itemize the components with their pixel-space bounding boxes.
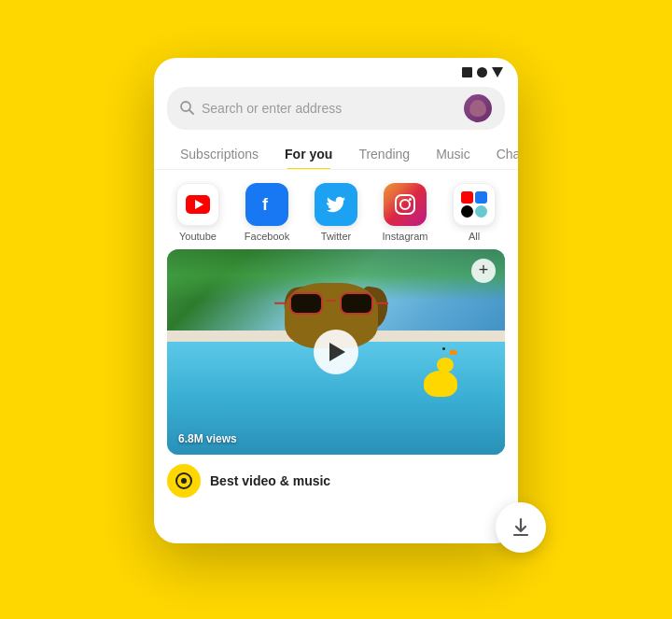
status-icon-triangle	[492, 67, 503, 77]
status-bar	[154, 58, 518, 83]
duck-body	[424, 371, 457, 397]
social-item-youtube[interactable]: Youtube	[163, 183, 232, 242]
download-icon	[510, 516, 532, 539]
search-placeholder: Search or enter address	[202, 101, 449, 116]
svg-point-7	[409, 198, 412, 201]
download-button[interactable]	[496, 502, 546, 553]
all-apps-icon	[453, 183, 496, 226]
youtube-icon	[176, 183, 219, 226]
svg-point-6	[400, 200, 410, 209]
search-icon	[180, 101, 194, 115]
nav-tabs: Subscriptions For you Trending Music Cha…	[154, 139, 518, 170]
add-to-list-button[interactable]: +	[471, 259, 496, 283]
glasses-arm-right	[375, 302, 388, 305]
sunglasses	[290, 291, 372, 316]
instagram-icon	[384, 183, 427, 226]
avatar[interactable]	[464, 94, 492, 122]
video-thumbnail[interactable]: + 6.8M views	[167, 249, 505, 455]
all-apps-grid	[461, 191, 487, 218]
svg-point-9	[181, 478, 187, 484]
twitter-label: Twitter	[321, 231, 351, 242]
search-bar[interactable]: Search or enter address	[167, 87, 505, 130]
status-icon-circle	[477, 67, 487, 77]
youtube-label: Youtube	[179, 231, 217, 242]
phone-mockup: Search or enter address Subscriptions Fo…	[154, 77, 518, 543]
tab-for-you[interactable]: For you	[272, 139, 345, 169]
glasses-arm-left	[274, 302, 287, 305]
glasses-lens-right	[340, 292, 373, 315]
social-item-facebook[interactable]: f Facebook	[232, 183, 301, 242]
tab-chan[interactable]: Chan	[483, 139, 518, 169]
bottom-bar: Best video & music	[154, 455, 518, 507]
rubber-duck	[424, 371, 457, 397]
tab-trending[interactable]: Trending	[345, 139, 423, 169]
svg-text:f: f	[262, 195, 269, 214]
facebook-icon: f	[245, 183, 288, 226]
play-button[interactable]	[314, 330, 358, 374]
play-icon	[329, 343, 345, 361]
social-item-instagram[interactable]: Instagram	[371, 183, 440, 242]
svg-rect-5	[396, 195, 414, 214]
facebook-label: Facebook	[245, 231, 289, 242]
svg-line-1	[189, 110, 193, 114]
status-icon-square	[462, 67, 472, 77]
bottom-title: Best video & music	[210, 473, 505, 488]
social-item-all[interactable]: All	[440, 183, 509, 242]
tab-subscriptions[interactable]: Subscriptions	[167, 139, 272, 169]
tab-music[interactable]: Music	[423, 139, 483, 169]
avatar-image	[469, 100, 486, 117]
view-count: 6.8M views	[178, 432, 237, 445]
glasses-bridge	[327, 300, 336, 302]
twitter-icon	[315, 183, 357, 226]
search-bar-container: Search or enter address	[154, 83, 518, 139]
duck-head	[437, 358, 454, 373]
browser-window: Search or enter address Subscriptions Fo…	[154, 58, 518, 543]
social-apps-grid: Youtube f Facebook Twitter	[154, 170, 518, 249]
social-item-twitter[interactable]: Twitter	[301, 183, 371, 242]
app-logo-icon	[167, 464, 201, 498]
glasses-frame	[289, 292, 373, 315]
instagram-label: Instagram	[383, 231, 428, 242]
all-label: All	[469, 231, 480, 242]
glasses-lens-left	[289, 292, 323, 315]
